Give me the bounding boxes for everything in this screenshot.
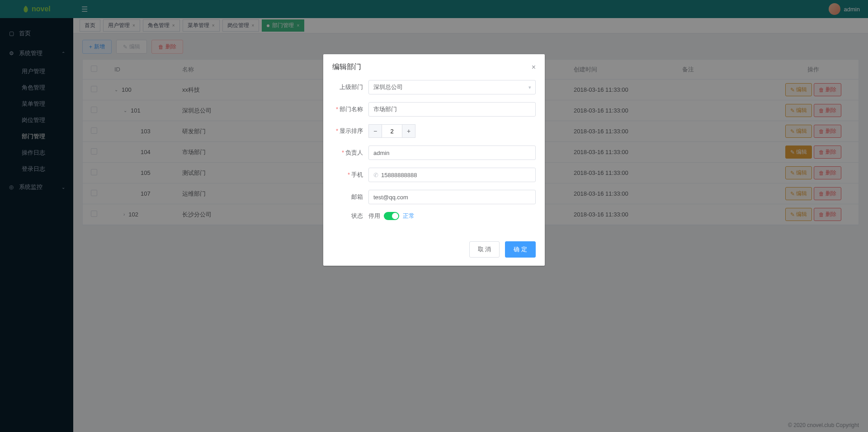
- phone-input[interactable]: [381, 172, 531, 178]
- edit-dept-dialog: 编辑部门 × 上级部门 ▾ *部门名称 *显示排序 − +: [323, 54, 545, 266]
- label-leader: *负责人: [332, 149, 368, 157]
- email-input[interactable]: [368, 190, 536, 204]
- status-on-label: 正常: [403, 212, 415, 220]
- parent-select[interactable]: [368, 80, 536, 94]
- order-input[interactable]: [382, 124, 402, 138]
- status-switch[interactable]: [384, 212, 399, 220]
- leader-input[interactable]: [368, 146, 536, 160]
- label-status: 状态: [332, 212, 368, 220]
- increase-button[interactable]: +: [402, 124, 415, 138]
- order-stepper: − +: [368, 124, 536, 138]
- dialog-title: 编辑部门: [332, 62, 361, 72]
- label-parent: 上级部门: [332, 83, 368, 91]
- status-off-label: 停用: [368, 212, 380, 220]
- label-email: 邮箱: [332, 193, 368, 201]
- decrease-button[interactable]: −: [368, 124, 382, 138]
- confirm-button[interactable]: 确 定: [505, 241, 536, 258]
- close-icon[interactable]: ×: [532, 63, 536, 71]
- name-input[interactable]: [368, 102, 536, 117]
- label-name: *部门名称: [332, 105, 368, 113]
- label-phone: *手机: [332, 171, 368, 179]
- phone-icon: ✆: [373, 172, 378, 178]
- label-order: *显示排序: [332, 127, 368, 135]
- cancel-button[interactable]: 取 消: [469, 241, 500, 258]
